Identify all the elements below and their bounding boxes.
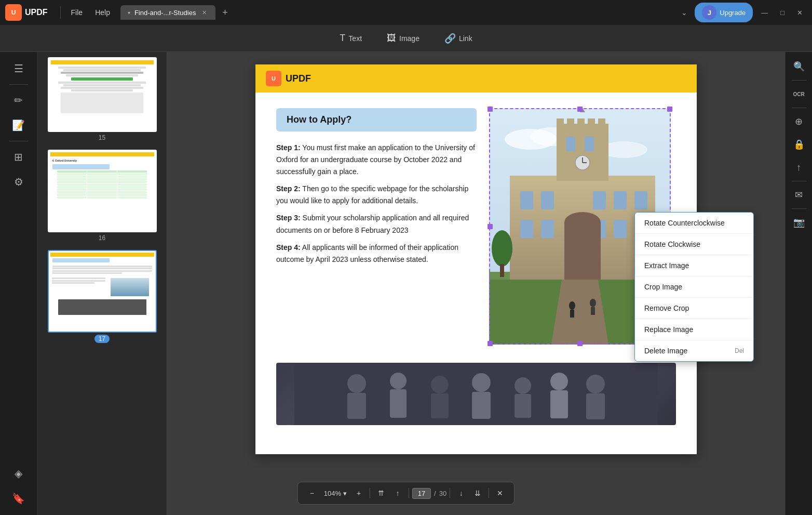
rs-protect-icon[interactable]: 🔒 — [790, 135, 808, 154]
step3-text: Step 3: Submit your scholarship applicat… — [276, 212, 477, 236]
tab-name: Find-and-...r-Studies — [134, 9, 196, 17]
page-logo-icon: U — [266, 71, 281, 86]
page-next-button[interactable]: ↓ — [453, 485, 469, 501]
help-menu[interactable]: Help — [89, 5, 116, 20]
people-svg — [294, 363, 658, 425]
tab-dropdown-icon: ▾ — [128, 10, 130, 16]
svg-rect-11 — [634, 191, 647, 209]
rs-add-icon[interactable]: ⊕ — [790, 112, 808, 131]
sidebar-item-bookmarks[interactable]: 🔖 — [7, 487, 30, 510]
page-logo: U UPDF — [266, 71, 311, 86]
app-name: UPDF — [25, 8, 48, 17]
sidebar-item-thumbnails[interactable]: ☰ — [7, 57, 30, 80]
link-tool[interactable]: 🔗 Link — [432, 29, 485, 48]
pdf-page-wrapper: U UPDF How to Apply? Step 1: You must fi… — [255, 52, 697, 467]
thumbnail-17[interactable]: 17 — [42, 250, 163, 343]
svg-rect-21 — [585, 137, 594, 151]
ctx-crop-image[interactable]: Crop Image — [635, 276, 753, 298]
active-tab[interactable]: ▾ Find-and-...r-Studies ✕ — [120, 5, 216, 20]
rs-separator-1 — [792, 80, 806, 81]
bottom-toolbar: − 104% ▾ + ⇈ ↑ / 30 ↓ ⇊ ✕ — [297, 482, 515, 505]
edit-icon: 📝 — [12, 119, 25, 131]
svg-rect-20 — [566, 137, 575, 151]
logo-icon: U — [5, 4, 22, 21]
step2-text: Step 2: Then go to the specific webpage … — [276, 183, 477, 207]
image-tool[interactable]: 🖼 Image — [374, 29, 432, 48]
svg-point-49 — [515, 377, 531, 394]
page-last-button[interactable]: ⇊ — [470, 485, 485, 501]
current-page-input[interactable] — [412, 488, 431, 499]
rs-separator-4 — [792, 208, 806, 209]
step2-content: Then go to the specific webpage for the … — [276, 184, 468, 205]
rs-separator-2 — [792, 108, 806, 108]
toolbar-sep-3 — [450, 488, 450, 498]
how-to-box: How to Apply? — [276, 108, 477, 131]
text-tool[interactable]: T Text — [327, 29, 374, 48]
svg-rect-44 — [390, 389, 407, 418]
ctx-delete-image[interactable]: Delete Image Del — [635, 340, 753, 361]
ctx-rotate-clockwise[interactable]: Rotate Clockwise — [635, 234, 753, 255]
window-close-button[interactable]: ✕ — [793, 7, 807, 19]
pdf-page: U UPDF How to Apply? Step 1: You must fi… — [255, 64, 697, 454]
zoom-dropdown-icon[interactable]: ▾ — [343, 490, 347, 497]
rs-separator-3 — [792, 181, 806, 181]
rs-ocr-icon[interactable]: OCR — [790, 85, 808, 103]
svg-rect-46 — [431, 393, 449, 418]
svg-rect-54 — [586, 393, 605, 419]
ctx-rotate-counterclockwise[interactable]: Rotate Counterclockwise — [635, 213, 753, 234]
tab-close-button[interactable]: ✕ — [200, 8, 208, 17]
page-left-column: How to Apply? Step 1: You must first mak… — [276, 108, 477, 347]
svg-point-45 — [431, 376, 449, 393]
app-logo: U UPDF — [5, 4, 48, 21]
thumb-frame-16: 4. Oxford University — [48, 150, 157, 232]
ctx-extract-image[interactable]: Extract Image — [635, 255, 753, 276]
rs-search-icon[interactable]: 🔍 — [790, 57, 808, 76]
upgrade-button[interactable]: J Upgrade — [695, 3, 753, 22]
svg-rect-7 — [520, 191, 533, 209]
svg-rect-29 — [598, 118, 605, 127]
step4-content: All applicants will be informed of their… — [276, 243, 458, 263]
thumb-num-15: 15 — [99, 134, 105, 141]
avatar: J — [702, 5, 716, 20]
zoom-in-button[interactable]: + — [351, 485, 367, 501]
thumbnail-15[interactable]: 15 — [42, 57, 163, 141]
step4-text: Step 4: All applicants will be informed … — [276, 242, 477, 266]
thumbnails-icon: ☰ — [14, 62, 23, 75]
page-first-button[interactable]: ⇈ — [373, 485, 389, 501]
svg-point-41 — [347, 374, 366, 393]
step4-label: Step 4: — [276, 243, 301, 252]
svg-rect-10 — [614, 191, 627, 209]
maximize-button[interactable]: □ — [776, 7, 789, 19]
svg-rect-9 — [593, 191, 606, 209]
left-sidebar: ☰ ✏ 📝 ⊞ ⚙ ◈ 🔖 — [0, 52, 37, 515]
close-toolbar-button[interactable]: ✕ — [492, 485, 508, 501]
rs-screenshot-icon[interactable]: 📷 — [790, 213, 808, 232]
sidebar-item-edit[interactable]: 📝 — [7, 114, 30, 137]
svg-rect-25 — [557, 118, 564, 127]
layers-icon: ◈ — [15, 467, 22, 480]
svg-rect-13 — [541, 220, 554, 238]
sidebar-item-tools[interactable]: ⚙ — [7, 170, 30, 193]
svg-rect-52 — [550, 390, 568, 418]
more-tabs-icon[interactable]: ⌄ — [678, 6, 691, 19]
bottom-image-area — [255, 363, 697, 441]
zoom-out-button[interactable]: − — [304, 485, 320, 501]
sidebar-item-organize[interactable]: ⊞ — [7, 146, 30, 168]
sidebar-item-layers[interactable]: ◈ — [7, 462, 30, 485]
add-tab-button[interactable]: + — [218, 5, 232, 20]
sidebar-item-annotate[interactable]: ✏ — [7, 89, 30, 112]
rs-email-icon[interactable]: ✉ — [790, 186, 808, 204]
file-menu[interactable]: File — [65, 5, 89, 20]
ctx-replace-image[interactable]: Replace Image — [635, 319, 753, 340]
thumbnail-16[interactable]: 4. Oxford University — [42, 150, 163, 242]
step1-label: Step 1: — [276, 143, 301, 152]
ctx-remove-crop[interactable]: Remove Crop — [635, 298, 753, 319]
thumb-frame-15 — [48, 57, 157, 132]
page-prev-button[interactable]: ↑ — [390, 485, 405, 501]
minimize-button[interactable]: — — [757, 7, 772, 19]
rs-share-icon[interactable]: ↑ — [790, 158, 808, 177]
image-selection-wrapper: Rotate Counterclockwise Rotate Clockwise… — [489, 108, 676, 347]
thumb-table-16 — [57, 170, 147, 199]
step1-content: You must first make an application to th… — [276, 143, 475, 176]
image-tool-label: Image — [399, 34, 419, 43]
